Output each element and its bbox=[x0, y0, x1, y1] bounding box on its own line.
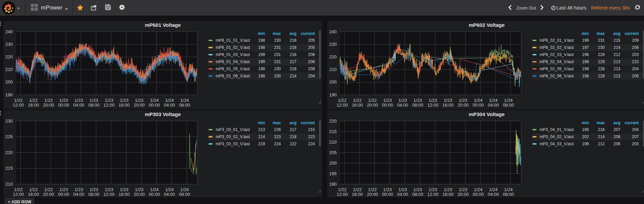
svg-text:08:00: 08:00 bbox=[179, 192, 190, 197]
svg-text:230: 230 bbox=[329, 42, 337, 47]
svg-text:20:00: 20:00 bbox=[367, 103, 378, 108]
legend-scrollbar[interactable] bbox=[643, 30, 644, 79]
panel-mp303-voltage: mP303 Voltage2102152202252301/2212:001/2… bbox=[3, 110, 322, 197]
legend-value-avg: 216 bbox=[276, 66, 297, 73]
time-back-button[interactable] bbox=[509, 0, 511, 16]
svg-text:12:00: 12:00 bbox=[427, 103, 439, 108]
caret-down-icon bbox=[17, 5, 20, 11]
series-color-icon[interactable] bbox=[209, 68, 213, 70]
legend-value-current: 203 bbox=[618, 141, 639, 148]
svg-text:220: 220 bbox=[329, 54, 337, 59]
panel-mp304-voltage: mP304 Voltage1901952002052102152201/2212… bbox=[327, 110, 644, 197]
legend-scrollbar[interactable] bbox=[643, 120, 644, 147]
dashboard-title[interactable]: mPower bbox=[41, 4, 63, 11]
series-color-icon[interactable] bbox=[209, 75, 213, 77]
legend-value-avg: 215 bbox=[600, 37, 621, 44]
svg-text:210: 210 bbox=[329, 67, 337, 72]
navbar: mPower bbox=[0, 0, 644, 16]
svg-text:00:00: 00:00 bbox=[382, 192, 393, 197]
legend-value-current: 208 bbox=[618, 44, 639, 51]
svg-text:20:00: 20:00 bbox=[458, 192, 469, 197]
series-color-icon[interactable] bbox=[209, 136, 213, 137]
series-color-icon[interactable] bbox=[532, 136, 536, 137]
series-color-icon[interactable] bbox=[532, 40, 536, 41]
svg-text:04:00: 04:00 bbox=[73, 192, 84, 197]
legend-header-avg[interactable]: avg bbox=[276, 119, 297, 127]
svg-text:00:00: 00:00 bbox=[473, 103, 484, 108]
legend-row: mP3_04_03_V.last199212206203 bbox=[532, 141, 644, 148]
zoom-out-button[interactable]: Zoom Out bbox=[516, 5, 536, 11]
series-color-icon[interactable] bbox=[532, 129, 536, 130]
legend-row: mP3_03_01_V.last213226217215 bbox=[208, 126, 321, 133]
legend-header-current[interactable]: current bbox=[295, 119, 315, 127]
legend-value-current: 204 bbox=[618, 126, 639, 133]
svg-text:12:00: 12:00 bbox=[13, 103, 24, 108]
legend-value-current: 223 bbox=[295, 133, 315, 141]
series-color-icon[interactable] bbox=[532, 68, 536, 70]
panel-resize-handle[interactable] bbox=[642, 100, 644, 104]
clock-icon bbox=[551, 6, 556, 10]
svg-text:16:00: 16:00 bbox=[443, 192, 454, 197]
svg-text:20:00: 20:00 bbox=[134, 192, 145, 197]
series-color-icon[interactable] bbox=[532, 143, 536, 145]
grafana-menu[interactable] bbox=[0, 0, 25, 16]
svg-text:00:00: 00:00 bbox=[58, 192, 69, 197]
legend-header-current[interactable]: current bbox=[618, 30, 639, 37]
dashboard-picker[interactable]: mPower bbox=[26, 0, 73, 16]
refresh-button[interactable] bbox=[635, 5, 640, 11]
legend-value-avg: 222 bbox=[276, 141, 297, 148]
legend-scrollbar[interactable] bbox=[319, 30, 321, 79]
star-button[interactable] bbox=[73, 0, 87, 16]
row-drag-handle[interactable] bbox=[0, 22, 1, 27]
legend-row: mP6_02_03_V.last196228212203 bbox=[532, 51, 644, 58]
series-color-icon[interactable] bbox=[209, 143, 213, 145]
add-row-label: ADD ROW bbox=[11, 200, 31, 204]
legend-header-current[interactable]: current bbox=[618, 119, 639, 127]
timepicker-controls: Zoom Out Last 48 hours Refresh every 30s bbox=[509, 0, 644, 16]
series-color-icon[interactable] bbox=[532, 75, 536, 77]
legend-value-avg: 213 bbox=[600, 73, 621, 80]
row-drag-handle[interactable] bbox=[0, 111, 1, 116]
legend-value-avg: 208 bbox=[600, 133, 621, 141]
legend-value-avg: 213 bbox=[600, 58, 621, 66]
time-range-picker[interactable]: Last 48 hours bbox=[557, 5, 587, 11]
legend-value-avg: 207 bbox=[600, 126, 621, 133]
save-button[interactable] bbox=[101, 0, 115, 16]
svg-text:12:00: 12:00 bbox=[427, 192, 439, 197]
series-color-icon[interactable] bbox=[209, 40, 213, 41]
legend-row: mP6_01_04_V.last199231217208 bbox=[208, 58, 321, 66]
legend-scrollbar[interactable] bbox=[319, 120, 321, 147]
svg-text:220: 220 bbox=[5, 150, 13, 155]
legend-value-current: 203 bbox=[618, 51, 639, 58]
panel-resize-handle[interactable] bbox=[318, 189, 321, 193]
svg-text:08:00: 08:00 bbox=[412, 192, 424, 197]
panel-resize-handle[interactable] bbox=[318, 100, 321, 104]
refresh-interval[interactable]: Refresh every 30s bbox=[591, 5, 630, 11]
legend-row: mP6_01_01_V.last198230216205 bbox=[208, 37, 321, 44]
series-color-icon[interactable] bbox=[532, 61, 536, 62]
svg-text:20:00: 20:00 bbox=[458, 103, 469, 108]
legend-header-avg[interactable]: avg bbox=[600, 119, 621, 127]
share-button[interactable] bbox=[87, 0, 101, 16]
series-color-icon[interactable] bbox=[209, 129, 213, 130]
grafana-logo-icon[interactable] bbox=[2, 1, 15, 15]
legend-value-current: 215 bbox=[295, 126, 315, 133]
legend-row: mP6_01_06_V.last198230214204 bbox=[208, 73, 321, 80]
add-row-button[interactable]: + ADD ROW bbox=[4, 198, 34, 204]
time-forward-button[interactable] bbox=[541, 0, 544, 16]
legend-header-current[interactable]: current bbox=[295, 30, 315, 37]
series-color-icon[interactable] bbox=[209, 47, 213, 48]
legend-value-avg: 214 bbox=[276, 73, 297, 80]
series-color-icon[interactable] bbox=[209, 54, 213, 55]
series-color-icon[interactable] bbox=[532, 54, 536, 55]
svg-text:195: 195 bbox=[329, 171, 337, 176]
series-color-icon[interactable] bbox=[532, 47, 536, 48]
svg-text:00:00: 00:00 bbox=[382, 103, 393, 108]
svg-text:220: 220 bbox=[329, 118, 337, 124]
settings-button[interactable] bbox=[115, 0, 129, 16]
panel-resize-handle[interactable] bbox=[642, 189, 644, 193]
series-color-icon[interactable] bbox=[209, 61, 213, 62]
legend-header-avg[interactable]: avg bbox=[600, 30, 621, 37]
legend-header-avg[interactable]: avg bbox=[276, 30, 297, 37]
legend-value-avg: 216 bbox=[276, 51, 297, 58]
